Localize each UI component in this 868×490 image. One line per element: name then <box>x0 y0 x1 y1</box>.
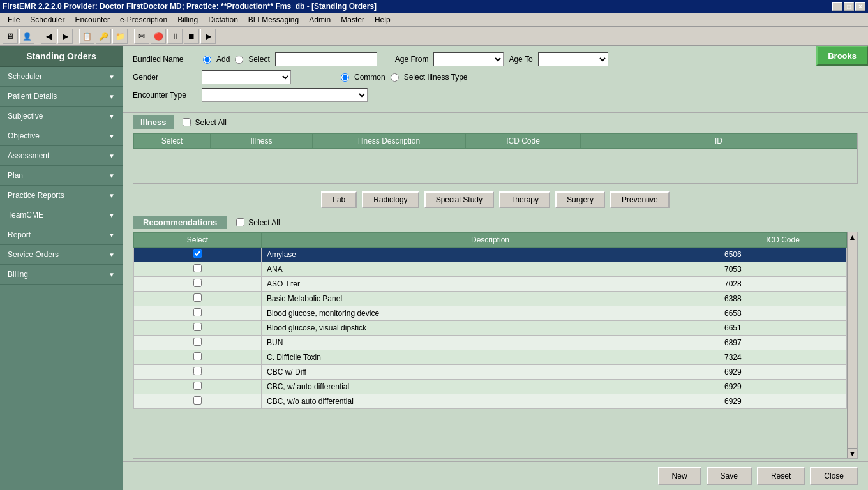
select-radio[interactable] <box>235 56 243 64</box>
menu-master[interactable]: Master <box>336 14 370 26</box>
row-checkbox[interactable] <box>193 264 202 272</box>
select-illness-radio[interactable] <box>391 73 399 82</box>
sidebar-item-scheduler[interactable]: Scheduler ▼ <box>0 67 123 87</box>
table-row[interactable]: C. Difficile Toxin7324 <box>134 350 847 365</box>
menu-scheduler[interactable]: Scheduler <box>25 14 70 26</box>
table-row[interactable]: Blood glucose, visual dipstick6651 <box>134 321 847 336</box>
tb-btn-6[interactable]: ✉ <box>134 29 149 44</box>
table-row[interactable]: BUN6897 <box>134 336 847 350</box>
sidebar-item-patient-details[interactable]: Patient Details ▼ <box>0 87 123 107</box>
sidebar-item-objective[interactable]: Objective ▼ <box>0 126 123 146</box>
table-row[interactable]: CBC, w/o auto differential6929 <box>134 394 847 409</box>
sidebar-item-practice-reports[interactable]: Practice Reports ▼ <box>0 186 123 205</box>
close-button[interactable]: × <box>855 2 865 11</box>
illness-type-radio-group: Common Select Illness Type <box>340 73 468 82</box>
menu-encounter[interactable]: Encounter <box>70 14 115 26</box>
table-row[interactable]: CBC w/ Diff6929 <box>134 365 847 380</box>
tb-back[interactable]: ◀ <box>41 29 56 44</box>
rec-select-all-row: Select All <box>235 218 280 227</box>
illness-select-all-label: Select All <box>195 118 226 127</box>
reset-button[interactable]: Reset <box>757 467 805 485</box>
tb-btn-2[interactable]: 👤 <box>19 29 34 44</box>
row-checkbox[interactable] <box>193 396 202 405</box>
tb-btn-3[interactable]: 📋 <box>79 29 94 44</box>
table-row[interactable]: Blood glucose, monitoring device6658 <box>134 306 847 321</box>
close-button[interactable]: Close <box>810 467 858 485</box>
lab-button[interactable]: Lab <box>321 191 357 208</box>
table-row[interactable]: ANA7053 <box>134 262 847 277</box>
sidebar-item-subjective[interactable]: Subjective ▼ <box>0 107 123 126</box>
corner-button[interactable]: Brooks <box>816 46 868 66</box>
row-checkbox[interactable] <box>193 293 202 302</box>
tb-stop[interactable]: ⏹ <box>184 29 199 44</box>
special-study-button[interactable]: Special Study <box>424 191 494 208</box>
action-buttons-row: Lab Radiology Special Study Therapy Surg… <box>123 186 868 213</box>
row-checkbox[interactable] <box>193 308 202 316</box>
row-checkbox[interactable] <box>193 249 202 258</box>
illness-col-select: Select <box>134 134 211 149</box>
save-button[interactable]: Save <box>707 467 752 485</box>
row-description: Blood glucose, monitoring device <box>262 306 719 321</box>
menu-bli[interactable]: BLI Messaging <box>243 14 304 26</box>
new-button[interactable]: New <box>658 467 701 485</box>
preventive-button[interactable]: Preventive <box>610 191 670 208</box>
menu-billing[interactable]: Billing <box>172 14 203 26</box>
common-radio[interactable] <box>341 73 349 82</box>
sidebar-item-service-orders[interactable]: Service Orders ▼ <box>0 245 123 265</box>
row-checkbox[interactable] <box>193 323 202 331</box>
maximize-button[interactable]: □ <box>844 2 854 11</box>
scroll-up-button[interactable]: ▲ <box>848 232 857 242</box>
bundled-name-input[interactable] <box>275 52 377 66</box>
tb-pause[interactable]: ⏸ <box>167 29 183 44</box>
table-row[interactable]: ASO Titer7028 <box>134 277 847 292</box>
minimize-button[interactable]: _ <box>832 2 842 11</box>
radiology-button[interactable]: Radiology <box>362 191 419 208</box>
chevron-icon: ▼ <box>108 192 115 199</box>
sidebar-item-plan[interactable]: Plan ▼ <box>0 166 123 186</box>
menu-help[interactable]: Help <box>370 14 396 26</box>
tb-play[interactable]: ▶ <box>200 29 216 44</box>
age-from-select[interactable] <box>433 52 504 66</box>
row-icd-code: 7028 <box>719 277 847 292</box>
row-description: Blood glucose, visual dipstick <box>262 321 719 336</box>
gender-select[interactable] <box>202 70 291 84</box>
scroll-down-button[interactable]: ▼ <box>848 448 857 458</box>
sidebar-item-report[interactable]: Report ▼ <box>0 225 123 245</box>
tb-btn-7[interactable]: 🔴 <box>151 29 166 44</box>
sidebar-item-billing[interactable]: Billing ▼ <box>0 265 123 285</box>
rec-select-all-checkbox[interactable] <box>236 218 244 226</box>
tb-btn-1[interactable]: 🖥 <box>3 29 18 44</box>
illness-select-all-row: Select All <box>181 118 226 127</box>
table-row[interactable]: CBC, w/ auto differential6929 <box>134 380 847 394</box>
row-checkbox[interactable] <box>193 279 202 287</box>
surgery-button[interactable]: Surgery <box>555 191 605 208</box>
menu-eprescription[interactable]: e-Prescription <box>115 14 172 26</box>
row-icd-code: 6929 <box>719 380 847 394</box>
tb-btn-4[interactable]: 🔑 <box>96 29 111 44</box>
row-checkbox[interactable] <box>193 382 202 390</box>
recommendations-title: Recommendations <box>133 216 227 229</box>
age-to-select[interactable] <box>538 52 608 66</box>
tb-btn-5[interactable]: 📁 <box>112 29 128 44</box>
scrollbar[interactable]: ▲ ▼ <box>847 232 857 458</box>
sidebar-item-teamcme[interactable]: TeamCME ▼ <box>0 205 123 225</box>
scroll-track[interactable] <box>848 242 857 448</box>
row-icd-code: 6506 <box>719 248 847 262</box>
table-row[interactable]: Basic Metabolic Panel6388 <box>134 292 847 306</box>
row-icd-code: 6897 <box>719 336 847 350</box>
add-radio[interactable] <box>203 56 211 64</box>
menu-file[interactable]: File <box>3 14 25 26</box>
row-checkbox[interactable] <box>193 338 202 346</box>
window-controls[interactable]: _ □ × <box>832 2 865 11</box>
tb-forward[interactable]: ▶ <box>57 29 73 44</box>
table-row[interactable]: Amylase6506 <box>134 248 847 262</box>
bottom-buttons: New Save Reset Close <box>123 461 868 490</box>
row-checkbox[interactable] <box>193 367 202 375</box>
sidebar-item-assessment[interactable]: Assessment ▼ <box>0 146 123 166</box>
therapy-button[interactable]: Therapy <box>499 191 550 208</box>
illness-select-all-checkbox[interactable] <box>183 118 191 126</box>
row-checkbox[interactable] <box>193 352 202 360</box>
menu-dictation[interactable]: Dictation <box>203 14 243 26</box>
menu-admin[interactable]: Admin <box>304 14 336 26</box>
encounter-type-select[interactable] <box>202 88 368 102</box>
